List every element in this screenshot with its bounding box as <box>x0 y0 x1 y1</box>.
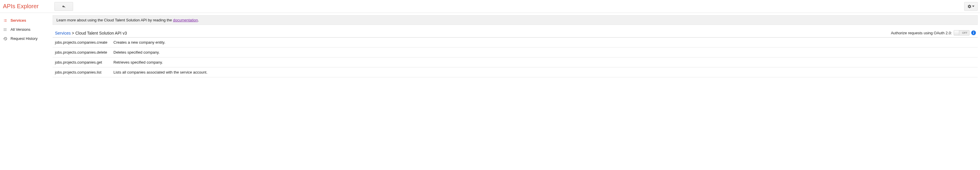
gear-icon <box>967 5 972 8</box>
method-row: jobs.projects.companies.delete Deletes s… <box>52 48 978 58</box>
auth-label: Authorize requests using OAuth 2.0: <box>891 31 952 35</box>
list-icon <box>3 18 8 22</box>
breadcrumb-root-link[interactable]: Services <box>55 31 71 35</box>
grid-icon <box>3 27 8 32</box>
sidebar-item-label: All Versions <box>11 27 30 32</box>
main-content: Learn more about using the Cloud Talent … <box>52 13 980 77</box>
method-desc: Retrieves specified company. <box>113 60 975 64</box>
breadcrumb: Services > Cloud Talent Solution API v3 <box>55 31 127 35</box>
reply-arrow-icon <box>61 5 66 8</box>
settings-button[interactable] <box>964 2 978 11</box>
method-name-link[interactable]: jobs.projects.companies.create <box>55 40 113 45</box>
info-text-suffix: . <box>198 18 199 22</box>
sidebar-item-services[interactable]: Services <box>0 16 52 25</box>
method-desc: Creates a new company entity. <box>113 40 975 45</box>
sidebar: Services All Versions Request History <box>0 13 52 77</box>
app-title: APIs Explorer <box>0 3 52 10</box>
sidebar-item-label: Services <box>11 18 26 22</box>
method-row: jobs.projects.companies.create Creates a… <box>52 37 978 48</box>
sidebar-item-all-versions[interactable]: All Versions <box>0 25 52 34</box>
documentation-link[interactable]: documentation <box>173 18 198 22</box>
chevron-down-icon <box>972 6 974 7</box>
breadcrumb-row: Services > Cloud Talent Solution API v3 … <box>52 29 978 37</box>
layout: Services All Versions Request History Le… <box>0 13 980 77</box>
methods-list: jobs.projects.companies.create Creates a… <box>52 37 978 77</box>
method-name-link[interactable]: jobs.projects.companies.delete <box>55 50 113 55</box>
method-desc: Lists all companies associated with the … <box>113 70 975 74</box>
method-desc: Deletes specified company. <box>113 50 975 55</box>
breadcrumb-sep: > <box>71 31 75 35</box>
method-row: jobs.projects.companies.get Retrieves sp… <box>52 58 978 67</box>
toggle-knob <box>954 30 959 35</box>
history-icon <box>3 37 8 41</box>
method-name-link[interactable]: jobs.projects.companies.get <box>55 60 113 64</box>
back-button[interactable] <box>54 2 73 11</box>
info-text-prefix: Learn more about using the Cloud Talent … <box>56 18 173 22</box>
oauth-toggle[interactable]: OFF <box>954 30 969 35</box>
sidebar-item-request-history[interactable]: Request History <box>0 34 52 43</box>
sidebar-item-label: Request History <box>11 36 37 41</box>
info-banner: Learn more about using the Cloud Talent … <box>52 15 978 25</box>
toggle-state-label: OFF <box>962 31 967 34</box>
method-row: jobs.projects.companies.list Lists all c… <box>52 67 978 77</box>
method-name-link[interactable]: jobs.projects.companies.list <box>55 70 113 74</box>
breadcrumb-current: Cloud Talent Solution API v3 <box>75 31 127 35</box>
auth-area: Authorize requests using OAuth 2.0: OFF … <box>891 30 976 35</box>
top-bar: APIs Explorer <box>0 0 980 13</box>
info-icon[interactable]: i <box>971 30 976 35</box>
